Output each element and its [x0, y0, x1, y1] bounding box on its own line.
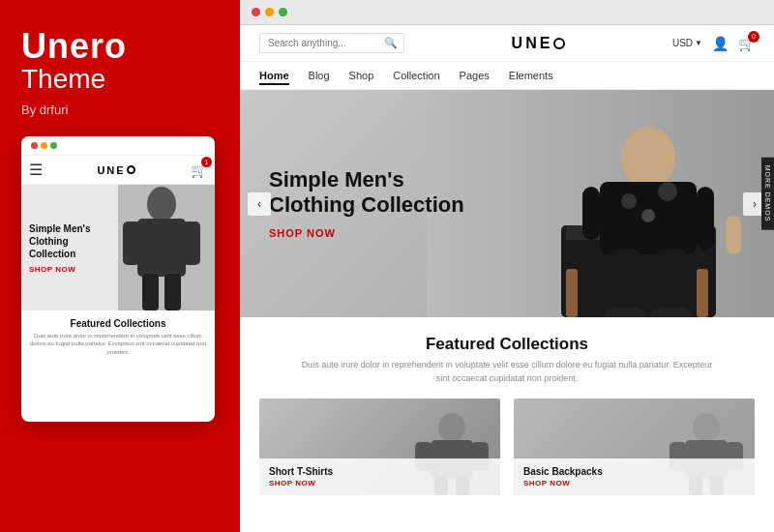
svg-point-22: [438, 413, 465, 442]
mobile-cart[interactable]: 🛒 1: [191, 162, 207, 179]
mobile-cart-badge: 1: [201, 157, 212, 167]
search-input[interactable]: [268, 38, 384, 48]
mobile-hero-text: Simple Men's Clothing Collection Shop No…: [21, 213, 118, 283]
collection-card-1-name: Short T-Shirts: [269, 466, 491, 477]
svg-point-13: [658, 182, 677, 201]
svg-rect-3: [183, 222, 200, 265]
cart-icon[interactable]: 🛒 0: [738, 36, 755, 51]
nav-item-pages[interactable]: Pages: [460, 68, 490, 83]
currency-selector[interactable]: USD ▼: [672, 38, 702, 48]
svg-rect-7: [566, 269, 578, 317]
mobile-window-dots: [31, 142, 57, 149]
site-logo: UNE: [512, 35, 566, 52]
mobile-hero-title: Simple Men's Clothing Collection: [29, 222, 110, 260]
hero-section: Simple Men's Clothing Collection Shop No…: [240, 90, 774, 317]
svg-rect-17: [582, 187, 600, 240]
mobile-shop-now-link[interactable]: Shop Now: [29, 265, 110, 274]
nav-item-collection[interactable]: Collection: [393, 68, 439, 83]
brand-by: By drfuri: [21, 103, 219, 117]
mobile-featured-desc: Duis aute irure dolor in reprehenderit i…: [29, 332, 207, 356]
collection-card-1-shop[interactable]: Shop Now: [269, 479, 491, 488]
right-panel: 🔍 UNE USD ▼ 👤 🛒 0 Home Blog Shop: [240, 0, 774, 532]
svg-point-12: [621, 193, 637, 209]
header-actions: USD ▼ 👤 🛒 0: [672, 36, 755, 51]
user-icon[interactable]: 👤: [712, 36, 729, 51]
featured-collections-section: Featured Collections Duis aute irure dol…: [240, 317, 774, 532]
svg-rect-15: [697, 187, 714, 250]
hero-shop-now-link[interactable]: Shop Now: [269, 227, 336, 239]
site-header: 🔍 UNE USD ▼ 👤 🛒 0: [240, 25, 774, 62]
collection-card-2-info: Basic Backpacks Shop Now: [514, 458, 755, 495]
collections-grid: Short T-Shirts Shop Now: [259, 399, 755, 495]
featured-title: Featured Collections: [259, 335, 755, 354]
svg-point-14: [641, 209, 655, 222]
mobile-dot-green: [50, 142, 57, 149]
search-bar[interactable]: 🔍: [259, 33, 404, 53]
svg-point-10: [621, 127, 675, 189]
nav-item-blog[interactable]: Blog: [309, 68, 330, 83]
currency-label: USD: [672, 38, 693, 48]
svg-rect-16: [726, 216, 741, 254]
mobile-hero: Simple Men's Clothing Collection Shop No…: [21, 185, 215, 310]
browser-content: 🔍 UNE USD ▼ 👤 🛒 0 Home Blog Shop: [240, 25, 774, 532]
featured-description: Duis aute irure dolor in reprehenderit i…: [294, 359, 720, 385]
cart-badge: 0: [748, 31, 759, 43]
nav-item-home[interactable]: Home: [259, 68, 289, 83]
mobile-hero-image: [118, 185, 215, 310]
brand-name: Unero: [21, 29, 219, 64]
collection-card-1-info: Short T-Shirts Shop Now: [259, 458, 500, 495]
collection-card-2-shop[interactable]: Shop Now: [523, 479, 745, 488]
mobile-dot-yellow: [41, 142, 47, 149]
hero-prev-arrow[interactable]: ‹: [248, 192, 271, 216]
more-demos-button[interactable]: MORE DEMOS: [761, 158, 774, 230]
search-icon: 🔍: [384, 37, 398, 49]
hero-title: Simple Men's Clothing Collection: [269, 166, 482, 218]
nav-item-shop[interactable]: Shop: [349, 68, 374, 83]
browser-chrome: [240, 0, 774, 25]
collection-card-2: Basic Backpacks Shop Now: [514, 399, 755, 495]
mobile-site-logo: UNE: [97, 164, 135, 176]
logo-o-ring: [553, 38, 565, 49]
collection-card-2-name: Basic Backpacks: [523, 466, 745, 477]
brand-subtitle: Theme: [21, 66, 219, 93]
browser-dot-green[interactable]: [279, 8, 287, 16]
hero-text: Simple Men's Clothing Collection Shop No…: [269, 166, 482, 241]
svg-rect-1: [137, 219, 186, 277]
svg-rect-2: [123, 222, 140, 265]
mobile-featured-title: Featured Collections: [29, 318, 207, 329]
site-navigation: Home Blog Shop Collection Pages Elements: [240, 62, 774, 90]
nav-item-elements[interactable]: Elements: [509, 68, 553, 83]
svg-point-28: [693, 413, 720, 442]
svg-rect-8: [697, 269, 708, 317]
chevron-down-icon: ▼: [695, 39, 702, 47]
collection-card-1: Short T-Shirts Shop Now: [259, 399, 500, 495]
svg-rect-4: [142, 274, 159, 310]
mobile-top-bar: [21, 136, 215, 156]
mobile-mockup: ☰ UNE 🛒 1 Simple M: [21, 136, 215, 422]
mobile-collections-section: Featured Collections Duis aute irure dol…: [21, 310, 215, 356]
browser-dot-red[interactable]: [252, 8, 260, 16]
svg-point-0: [147, 187, 176, 222]
mobile-nav-bar: ☰ UNE 🛒 1: [21, 156, 215, 185]
browser-dot-yellow[interactable]: [265, 8, 274, 16]
left-panel: Unero Theme By drfuri ☰ UNE 🛒 1: [0, 0, 240, 532]
svg-rect-5: [164, 274, 181, 310]
hamburger-icon[interactable]: ☰: [29, 161, 43, 179]
mobile-dot-red: [31, 142, 38, 149]
